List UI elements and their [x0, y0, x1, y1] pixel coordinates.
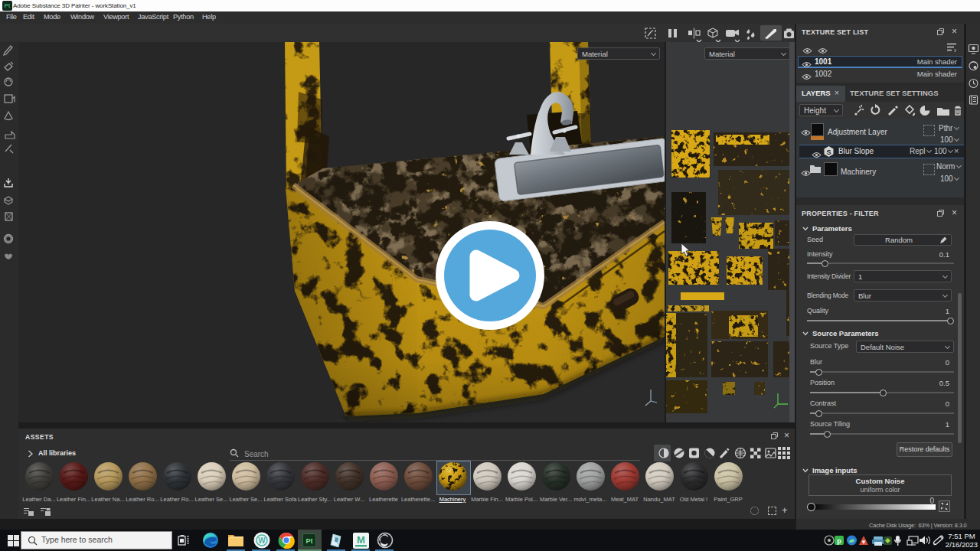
svg-text:S: S	[826, 148, 831, 156]
svg-text:W: W	[258, 536, 266, 545]
svg-text:M: M	[357, 534, 365, 546]
svg-text:p: p	[837, 537, 841, 545]
